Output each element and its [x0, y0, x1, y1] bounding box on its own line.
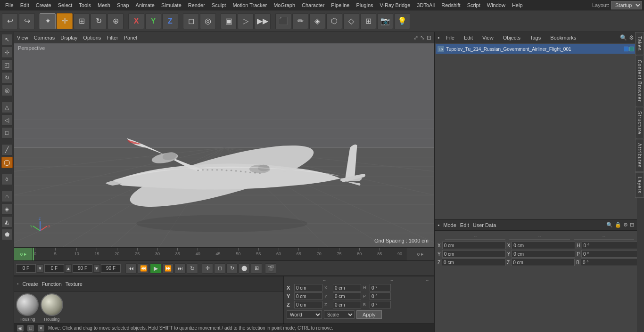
- attr-p-rot[interactable]: [581, 250, 637, 258]
- status-close[interactable]: ✕: [38, 325, 44, 332]
- scale-tool[interactable]: ⊞: [74, 13, 90, 29]
- coord-z-size[interactable]: [333, 301, 361, 308]
- objects-tab-objects[interactable]: Objects: [500, 34, 523, 41]
- status-icon-2[interactable]: □: [27, 325, 34, 332]
- step-back[interactable]: ⏪: [138, 263, 149, 274]
- menu-help[interactable]: Help: [509, 1, 526, 9]
- mat-create[interactable]: Create: [23, 281, 38, 287]
- attr-b-rot[interactable]: [581, 259, 637, 266]
- menu-3dtoall[interactable]: 3DToAll: [413, 1, 438, 9]
- side-tab-structure[interactable]: Structure: [635, 107, 644, 139]
- left-icon-12[interactable]: ⌂: [1, 191, 13, 202]
- menu-animate[interactable]: Animate: [132, 1, 158, 9]
- material-item-1[interactable]: Housing: [16, 293, 39, 322]
- coord-world-select[interactable]: World: [287, 310, 322, 319]
- left-icon-3[interactable]: ◰: [1, 59, 13, 71]
- vp-arrows-icon[interactable]: ⤡: [420, 34, 425, 41]
- menu-mesh[interactable]: Mesh: [94, 1, 114, 9]
- frame-end-down[interactable]: ▼: [93, 264, 100, 273]
- keyframe-rot[interactable]: ↻: [226, 263, 238, 274]
- left-icon-14[interactable]: ◭: [1, 216, 13, 227]
- texture-mode[interactable]: ◎: [200, 13, 216, 29]
- frame-up-arrow[interactable]: ▲: [65, 264, 72, 273]
- left-icon-13[interactable]: ◈: [1, 203, 13, 215]
- play-forward[interactable]: ▶: [150, 263, 161, 274]
- cam-tool[interactable]: 📷: [377, 13, 393, 29]
- objects-tab-tags[interactable]: Tags: [527, 34, 544, 41]
- light-tool[interactable]: 💡: [394, 13, 410, 29]
- menu-plugins[interactable]: Plugins: [353, 1, 376, 9]
- coord-z-pos[interactable]: [294, 301, 322, 308]
- play-to-end[interactable]: ⏭: [174, 263, 186, 274]
- select-tool[interactable]: ✦: [40, 13, 56, 29]
- attr-z-pos[interactable]: [442, 259, 505, 266]
- frame-current-field[interactable]: [44, 264, 64, 273]
- coord-apply-button[interactable]: Apply: [356, 310, 382, 319]
- left-icon-5[interactable]: ◎: [1, 85, 13, 96]
- side-tab-takes[interactable]: Takes: [635, 32, 644, 55]
- left-icon-4[interactable]: ↻: [1, 72, 13, 83]
- render-output[interactable]: ▶▶: [255, 13, 271, 29]
- rotate-tool[interactable]: ↻: [91, 13, 107, 29]
- particle-tool[interactable]: ⬡: [326, 13, 342, 29]
- attr-search-icon[interactable]: 🔍: [606, 222, 613, 228]
- vp-expand-icon[interactable]: ⤢: [413, 34, 418, 41]
- frame-end-field[interactable]: [73, 264, 92, 273]
- undo-button[interactable]: ↩: [2, 13, 18, 29]
- sculpt-tool[interactable]: ◈: [309, 13, 325, 29]
- menu-file[interactable]: File: [2, 1, 17, 9]
- vp-menu-filter[interactable]: Filter: [107, 35, 118, 40]
- coord-scale-select[interactable]: Scale: [324, 310, 355, 319]
- menu-character[interactable]: Character: [298, 1, 328, 9]
- menu-tools[interactable]: Tools: [75, 1, 94, 9]
- objects-tab-bookmarks[interactable]: Bookmarks: [547, 34, 579, 41]
- vp-menu-cameras[interactable]: Cameras: [34, 35, 55, 40]
- frame-end2-field[interactable]: [101, 264, 121, 273]
- keyframe-box[interactable]: ◻: [214, 263, 225, 274]
- axis-z-btn[interactable]: Z: [162, 13, 178, 29]
- menu-simulate[interactable]: Simulate: [158, 1, 185, 9]
- grid-tool[interactable]: ⊞: [360, 13, 376, 29]
- coord-x-size[interactable]: [333, 284, 361, 292]
- coord-x-pos[interactable]: [294, 284, 322, 292]
- menu-motion-tracker[interactable]: Motion Tracker: [229, 1, 270, 9]
- attr-tab-edit[interactable]: Edit: [460, 222, 469, 228]
- shape-tool[interactable]: ◇: [343, 13, 359, 29]
- axis-y-btn[interactable]: Y: [145, 13, 161, 29]
- loop-button[interactable]: ↻: [187, 263, 198, 274]
- vp-layout-icon[interactable]: ⊡: [427, 34, 431, 41]
- coord-z-rot[interactable]: [370, 301, 391, 308]
- menu-redshift[interactable]: Redshift: [438, 1, 463, 9]
- objects-tab-edit[interactable]: Edit: [461, 34, 476, 41]
- objects-tab-file[interactable]: File: [443, 34, 457, 41]
- coord-y-pos[interactable]: [294, 292, 322, 300]
- attr-dots-icon[interactable]: ⊞: [630, 222, 634, 228]
- left-icon-6[interactable]: △: [1, 102, 13, 113]
- coord-y-rot[interactable]: [370, 292, 391, 300]
- play-to-start[interactable]: ⏮: [125, 263, 137, 274]
- menu-vray[interactable]: V-Ray Bridge: [377, 1, 414, 9]
- attr-tab-userdata[interactable]: User Data: [473, 222, 496, 228]
- left-icon-1[interactable]: ↖: [1, 34, 13, 45]
- menu-create[interactable]: Create: [33, 1, 55, 9]
- status-icon-1[interactable]: ◉: [17, 325, 24, 332]
- model-mode[interactable]: ◻: [183, 13, 199, 29]
- attr-x-pos[interactable]: [442, 242, 506, 249]
- menu-mograph[interactable]: MoGraph: [270, 1, 298, 9]
- timeline-track[interactable]: 051015202530354045505560657075808590: [33, 248, 406, 261]
- menu-snap[interactable]: Snap: [114, 1, 132, 9]
- frame-down-arrow[interactable]: ▼: [37, 264, 43, 273]
- axis-x-btn[interactable]: X: [128, 13, 144, 29]
- attr-z-size[interactable]: [511, 259, 575, 266]
- attr-h-rot[interactable]: [582, 242, 637, 249]
- object-item-airplane[interactable]: Lo Tupolev_Tu_214_Russian_Government_Air…: [436, 44, 636, 54]
- objects-tab-view[interactable]: View: [479, 34, 496, 41]
- menu-pipeline[interactable]: Pipeline: [328, 1, 353, 9]
- vp-menu-view[interactable]: View: [17, 35, 28, 40]
- attr-y-size[interactable]: [512, 250, 575, 258]
- left-icon-8[interactable]: □: [1, 127, 13, 138]
- menu-render[interactable]: Render: [185, 1, 208, 9]
- cube-tool[interactable]: ⬛: [275, 13, 291, 29]
- left-icon-7[interactable]: ◁: [1, 114, 13, 126]
- coord-x-rot[interactable]: [370, 284, 391, 292]
